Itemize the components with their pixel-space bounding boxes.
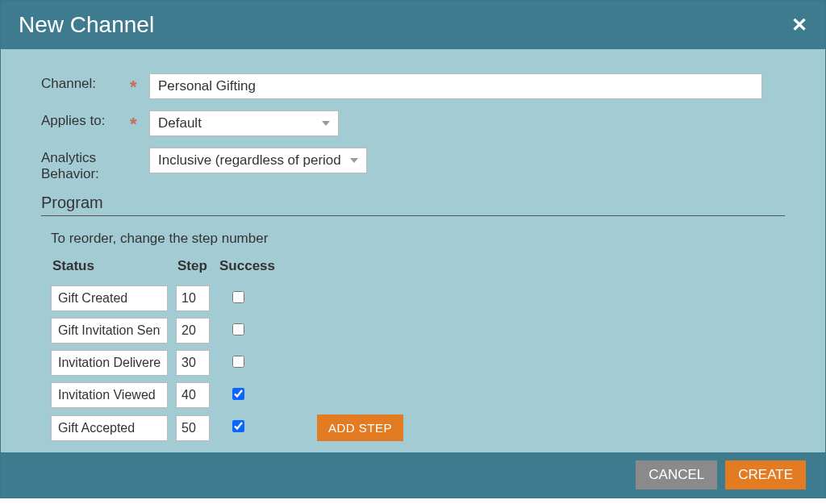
modal-footer: CANCEL CREATE [1, 452, 825, 498]
channel-row: Channel: * [41, 73, 785, 99]
close-icon[interactable]: ✕ [791, 15, 807, 35]
status-input[interactable] [51, 382, 168, 408]
success-checkbox[interactable] [232, 420, 244, 432]
step-input[interactable] [176, 382, 210, 408]
chevron-down-icon [322, 121, 330, 126]
chevron-down-icon [350, 158, 358, 163]
applies-value: Default [158, 115, 202, 131]
create-button[interactable]: CREATE [725, 460, 806, 489]
channel-label: Channel: [41, 73, 130, 92]
applies-row: Applies to: * Default [41, 110, 785, 136]
analytics-row: Analytics Behavior: * Inclusive (regardl… [41, 148, 785, 182]
modal-header: New Channel ✕ [1, 1, 825, 49]
new-channel-modal: New Channel ✕ Channel: * Applies to: * D… [0, 0, 826, 498]
analytics-select[interactable]: Inclusive (regardless of period co [149, 148, 367, 173]
table-row [51, 347, 411, 379]
required-asterisk-icon: * [130, 77, 146, 98]
reorder-hint: To reorder, change the step number [51, 231, 785, 247]
success-checkbox[interactable] [232, 388, 244, 400]
col-step: Step [176, 258, 218, 282]
program-section-title: Program [41, 194, 785, 216]
applies-select[interactable]: Default [149, 110, 339, 136]
channel-input[interactable] [149, 73, 762, 99]
required-asterisk-icon: * [130, 114, 146, 135]
status-input[interactable] [51, 318, 168, 344]
step-input[interactable] [176, 318, 210, 344]
table-row [51, 379, 411, 411]
table-row [51, 282, 411, 314]
status-input[interactable] [51, 285, 168, 311]
table-row: ADD STEP [51, 411, 411, 444]
col-status: Status [51, 258, 176, 282]
table-row [51, 314, 411, 347]
program-table-area: To reorder, change the step number Statu… [41, 231, 785, 444]
modal-body: Channel: * Applies to: * Default Analyti… [1, 49, 825, 452]
step-input[interactable] [176, 285, 210, 311]
col-success: Success [218, 258, 285, 282]
analytics-value: Inclusive (regardless of period co [158, 152, 342, 169]
add-step-button[interactable]: ADD STEP [317, 414, 403, 441]
analytics-label: Analytics Behavior: [41, 148, 130, 182]
applies-label: Applies to: [41, 110, 130, 129]
step-input[interactable] [176, 350, 210, 376]
steps-table: Status Step Success ADD STEP [51, 258, 411, 444]
success-checkbox[interactable] [232, 356, 244, 368]
step-input[interactable] [176, 415, 210, 441]
status-input[interactable] [51, 415, 168, 441]
status-input[interactable] [51, 350, 168, 376]
success-checkbox[interactable] [232, 291, 244, 303]
success-checkbox[interactable] [232, 323, 244, 335]
modal-title: New Channel [19, 12, 154, 38]
cancel-button[interactable]: CANCEL [636, 460, 717, 489]
